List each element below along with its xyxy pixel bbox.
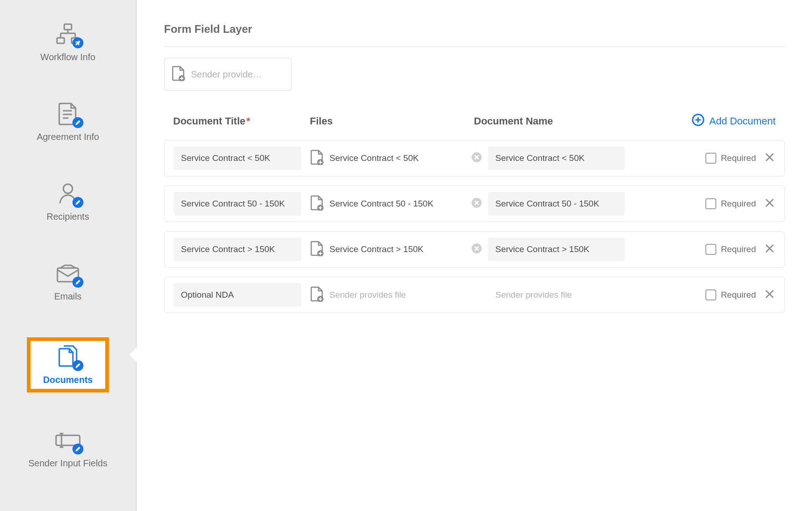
file-text: Service Contract 50 - 150K — [329, 199, 433, 209]
column-header-name: Document Name — [474, 115, 642, 127]
sidebar-item-label: Sender Input Fields — [28, 458, 107, 469]
agreement-icon — [54, 102, 82, 126]
clear-icon[interactable] — [472, 152, 482, 164]
table-row: Service Contract < 50K Service Contract … — [164, 140, 785, 176]
app-container: Workflow Info Agreement Info — [0, 0, 812, 511]
svg-rect-0 — [64, 24, 72, 30]
document-title-input[interactable]: Service Contract 50 - 150K — [174, 192, 301, 216]
active-tab-pointer — [129, 346, 138, 363]
row-actions: Required — [705, 152, 775, 165]
table-row: Service Contract > 150K Service Contract… — [164, 231, 785, 268]
layer-placeholder: Sender provide… — [191, 69, 262, 80]
required-checkbox[interactable] — [705, 153, 716, 164]
remove-row-button[interactable] — [764, 197, 775, 210]
row-actions: Required — [705, 243, 775, 256]
document-title-input[interactable]: Service Contract > 150K — [174, 237, 301, 261]
sidebar-item-label: Emails — [54, 291, 82, 302]
document-file-field[interactable]: Service Contract > 150K — [310, 241, 470, 258]
document-name-input[interactable]: Sender provides file — [488, 283, 625, 307]
file-add-icon — [310, 150, 324, 167]
sidebar-item-documents[interactable]: Documents — [27, 337, 109, 392]
clear-file-cell — [470, 152, 483, 164]
file-add-icon — [310, 195, 324, 213]
remove-row-button[interactable] — [764, 152, 775, 165]
document-file-field[interactable]: Service Contract < 50K — [310, 150, 470, 167]
workflow-icon — [54, 22, 82, 46]
required-toggle: Required — [705, 289, 756, 300]
required-checkbox[interactable] — [705, 198, 716, 209]
document-file-field[interactable]: Service Contract 50 - 150K — [310, 195, 470, 213]
sidebar-item-label: Agreement Info — [37, 132, 99, 142]
file-add-icon — [310, 286, 324, 304]
add-document-label: Add Document — [709, 115, 776, 127]
add-document-button[interactable]: Add Document — [692, 114, 776, 129]
main-panel: Form Field Layer Sender provide… Documen… — [137, 0, 812, 511]
document-title-input[interactable]: Optional NDA — [174, 283, 301, 307]
required-toggle: Required — [705, 244, 756, 255]
file-text: Service Contract > 150K — [329, 244, 423, 254]
rows-container: Service Contract < 50K Service Contract … — [164, 140, 785, 313]
remove-row-button[interactable] — [764, 243, 775, 256]
plus-circle-icon — [692, 114, 704, 129]
section-title: Form Field Layer — [164, 23, 785, 36]
required-label: Required — [721, 290, 756, 300]
svg-rect-1 — [57, 38, 64, 43]
table-row: Optional NDA Sender provides fileSender … — [164, 277, 785, 313]
clear-icon[interactable] — [472, 198, 482, 210]
table-header: Document Title* Files Document Name Add … — [164, 114, 785, 140]
form-field-layer-input[interactable]: Sender provide… — [164, 58, 292, 91]
table-row: Service Contract 50 - 150K Service Contr… — [164, 186, 785, 222]
clear-file-cell — [470, 243, 483, 255]
document-file-field[interactable]: Sender provides file — [310, 286, 470, 304]
required-toggle: Required — [705, 153, 756, 164]
sidebar-item-label: Recipients — [46, 212, 89, 222]
document-title-input[interactable]: Service Contract < 50K — [174, 146, 301, 170]
column-header-files: Files — [310, 115, 474, 127]
required-label: Required — [721, 199, 756, 209]
sidebar-item-emails[interactable]: Emails — [27, 258, 109, 305]
sidebar-item-agreement-info[interactable]: Agreement Info — [27, 98, 109, 146]
sidebar-item-sender-input-fields[interactable]: Sender Input Fields — [27, 424, 109, 472]
remove-row-button[interactable] — [764, 289, 775, 301]
document-name-input[interactable]: Service Contract < 50K — [488, 146, 625, 170]
file-add-icon — [310, 241, 324, 258]
sidebar-item-label: Documents — [43, 375, 93, 385]
row-actions: Required — [705, 197, 775, 210]
clear-icon[interactable] — [472, 243, 482, 255]
documents-icon — [54, 345, 82, 369]
column-header-title: Document Title* — [173, 115, 310, 127]
sidebar-item-recipients[interactable]: Recipients — [27, 178, 109, 226]
recipients-icon — [54, 181, 82, 206]
sidebar-item-workflow-info[interactable]: Workflow Info — [27, 18, 109, 66]
file-text: Service Contract < 50K — [329, 153, 419, 163]
clear-file-cell — [470, 198, 483, 210]
file-add-icon — [172, 66, 185, 83]
required-label: Required — [721, 153, 756, 163]
input-fields-icon — [54, 428, 82, 453]
sidebar: Workflow Info Agreement Info — [0, 0, 137, 511]
emails-icon — [54, 261, 82, 286]
sidebar-item-label: Workflow Info — [41, 52, 96, 62]
required-checkbox[interactable] — [705, 244, 716, 255]
required-toggle: Required — [705, 198, 756, 209]
required-checkbox[interactable] — [705, 289, 716, 300]
document-name-input[interactable]: Service Contract > 150K — [488, 237, 625, 261]
divider — [164, 46, 785, 47]
file-text: Sender provides file — [329, 290, 406, 300]
row-actions: Required — [705, 289, 775, 301]
svg-point-10 — [63, 184, 72, 193]
required-label: Required — [721, 244, 756, 254]
document-name-input[interactable]: Service Contract 50 - 150K — [488, 192, 625, 216]
